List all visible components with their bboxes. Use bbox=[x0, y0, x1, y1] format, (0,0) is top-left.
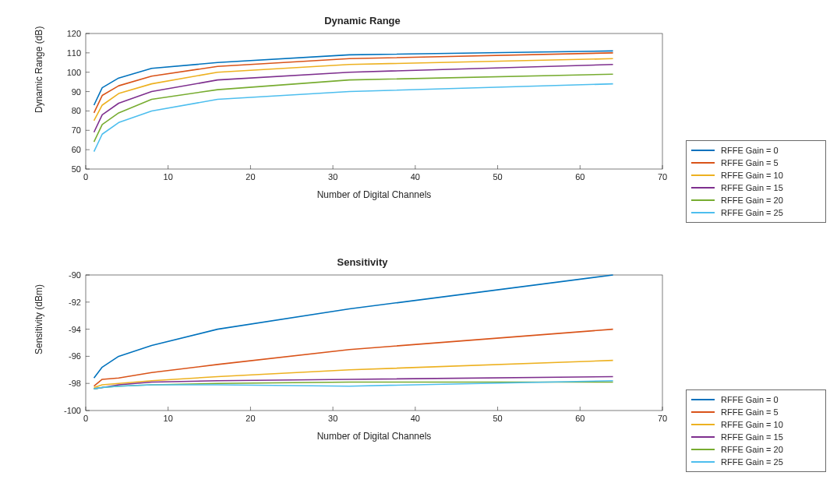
legend-swatch bbox=[691, 212, 715, 213]
svg-text:0: 0 bbox=[83, 172, 88, 182]
svg-text:70: 70 bbox=[658, 172, 667, 182]
legend-label: RFFE Gain = 5 bbox=[721, 407, 779, 417]
svg-text:0: 0 bbox=[83, 414, 88, 423]
axes-svg-bottom: 010203040506070-100-98-96-94-92-90 bbox=[86, 275, 662, 411]
legend-item: RFFE Gain = 25 bbox=[691, 456, 821, 468]
legend-label: RFFE Gain = 15 bbox=[721, 432, 783, 442]
legend-label: RFFE Gain = 25 bbox=[721, 208, 783, 217]
legend-swatch bbox=[691, 399, 715, 400]
legend-item: RFFE Gain = 0 bbox=[691, 144, 821, 157]
legend-label: RFFE Gain = 10 bbox=[721, 420, 783, 429]
legend-label: RFFE Gain = 10 bbox=[721, 171, 783, 180]
legend-item: RFFE Gain = 15 bbox=[691, 431, 821, 443]
legend-label: RFFE Gain = 0 bbox=[721, 146, 779, 155]
svg-rect-33 bbox=[86, 275, 662, 411]
legend-item: RFFE Gain = 20 bbox=[691, 194, 821, 206]
svg-text:80: 80 bbox=[72, 106, 81, 115]
legend-swatch bbox=[691, 199, 715, 201]
svg-text:10: 10 bbox=[164, 172, 173, 182]
svg-text:40: 40 bbox=[411, 414, 420, 423]
legend-label: RFFE Gain = 5 bbox=[721, 158, 779, 167]
axes-bottom: 010203040506070-100-98-96-94-92-90 bbox=[86, 275, 662, 411]
legend-label: RFFE Gain = 20 bbox=[721, 196, 783, 205]
subplot-sensitivity: Sensitivity Sensitivity (dBm) 0102030405… bbox=[55, 261, 670, 448]
legend-item: RFFE Gain = 10 bbox=[691, 169, 821, 182]
legend-top: RFFE Gain = 0 RFFE Gain = 5 RFFE Gain = … bbox=[686, 140, 826, 223]
svg-text:30: 30 bbox=[328, 414, 337, 423]
svg-text:50: 50 bbox=[493, 172, 502, 182]
legend-swatch bbox=[691, 174, 715, 176]
legend-item: RFFE Gain = 15 bbox=[691, 182, 821, 194]
svg-text:60: 60 bbox=[72, 145, 81, 154]
svg-text:30: 30 bbox=[328, 172, 337, 182]
svg-text:20: 20 bbox=[245, 172, 255, 182]
figure: Dynamic Range Dynamic Range (dB) 0102030… bbox=[0, 0, 837, 504]
subplot-dynamic-range: Dynamic Range Dynamic Range (dB) 0102030… bbox=[55, 19, 670, 206]
svg-text:60: 60 bbox=[575, 172, 584, 182]
svg-text:50: 50 bbox=[493, 414, 502, 423]
svg-text:120: 120 bbox=[67, 29, 81, 38]
chart-title: Dynamic Range bbox=[55, 15, 670, 26]
legend-swatch bbox=[691, 436, 715, 438]
legend-swatch bbox=[691, 187, 715, 189]
svg-text:40: 40 bbox=[411, 172, 420, 182]
legend-label: RFFE Gain = 20 bbox=[721, 445, 783, 454]
legend-item: RFFE Gain = 20 bbox=[691, 443, 821, 456]
axes-svg-top: 0102030405060705060708090100110120 bbox=[86, 33, 662, 169]
legend-label: RFFE Gain = 15 bbox=[721, 183, 783, 192]
legend-label: RFFE Gain = 0 bbox=[721, 395, 779, 404]
svg-text:-100: -100 bbox=[64, 406, 81, 415]
legend-swatch bbox=[691, 162, 715, 164]
svg-text:50: 50 bbox=[72, 164, 81, 174]
axes-top: 0102030405060705060708090100110120 bbox=[86, 33, 662, 169]
legend-label: RFFE Gain = 25 bbox=[721, 457, 783, 467]
y-axis-label: Dynamic Range (dB) bbox=[34, 26, 44, 113]
legend-item: RFFE Gain = 5 bbox=[691, 406, 821, 418]
chart-title: Sensitivity bbox=[55, 256, 670, 268]
svg-text:100: 100 bbox=[67, 68, 81, 77]
legend-bottom: RFFE Gain = 0 RFFE Gain = 5 RFFE Gain = … bbox=[686, 389, 826, 472]
svg-text:-96: -96 bbox=[69, 351, 81, 361]
legend-swatch bbox=[691, 150, 715, 151]
svg-text:-90: -90 bbox=[69, 270, 81, 280]
svg-text:-92: -92 bbox=[69, 298, 81, 307]
legend-swatch bbox=[691, 461, 715, 463]
svg-text:60: 60 bbox=[575, 414, 584, 423]
x-axis-label: Number of Digital Channels bbox=[86, 189, 662, 200]
x-axis-label: Number of Digital Channels bbox=[86, 431, 662, 442]
svg-text:70: 70 bbox=[72, 125, 81, 135]
svg-text:20: 20 bbox=[245, 414, 255, 423]
legend-swatch bbox=[691, 449, 715, 450]
svg-text:70: 70 bbox=[658, 414, 667, 423]
legend-swatch bbox=[691, 424, 715, 425]
svg-text:-94: -94 bbox=[69, 325, 81, 334]
svg-text:90: 90 bbox=[72, 87, 81, 97]
legend-item: RFFE Gain = 5 bbox=[691, 157, 821, 169]
legend-item: RFFE Gain = 10 bbox=[691, 418, 821, 431]
legend-item: RFFE Gain = 25 bbox=[691, 206, 821, 219]
svg-text:10: 10 bbox=[164, 414, 173, 423]
svg-text:110: 110 bbox=[67, 48, 81, 58]
y-axis-label: Sensitivity (dBm) bbox=[34, 284, 44, 354]
svg-text:-98: -98 bbox=[69, 379, 81, 388]
legend-item: RFFE Gain = 0 bbox=[691, 393, 821, 406]
legend-swatch bbox=[691, 411, 715, 413]
